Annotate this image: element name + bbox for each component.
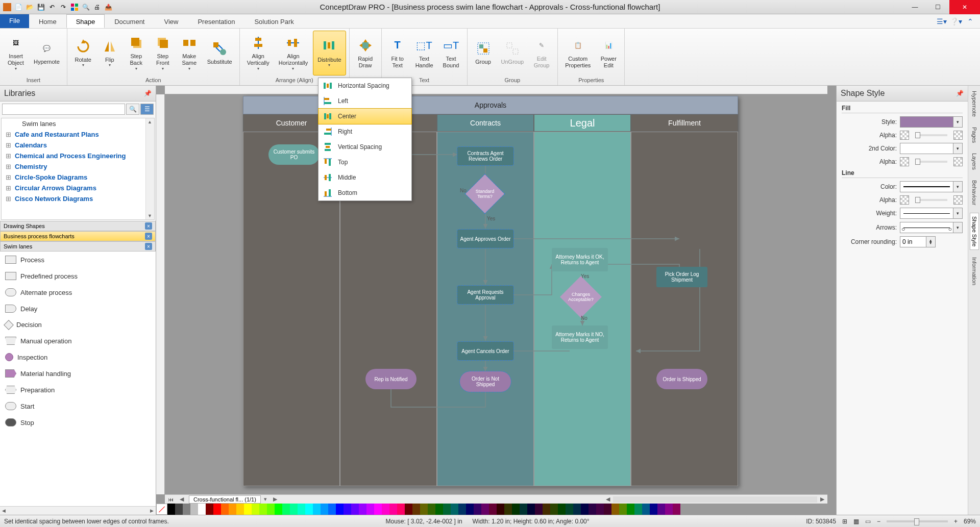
dd-horizontal-spacing[interactable]: Horizontal Spacing [318, 78, 411, 93]
shape-rep-notified[interactable]: Rep is Notified [365, 369, 416, 389]
color-swatch[interactable] [282, 504, 290, 515]
alpha-swatch[interactable] [900, 131, 909, 140]
dd-middle[interactable]: Middle [318, 170, 411, 185]
flip-button[interactable]: Flip▾ [97, 31, 122, 76]
shape-process[interactable]: Process [0, 252, 156, 268]
line-alpha-swatch[interactable] [900, 195, 909, 205]
dd-left[interactable]: Left [318, 93, 411, 109]
color-swatch[interactable] [405, 504, 412, 515]
color-swatch[interactable] [604, 504, 611, 515]
rapid-draw-button[interactable]: Rapid Draw [353, 31, 378, 76]
color-swatch[interactable] [389, 504, 397, 515]
color-swatch[interactable] [183, 504, 190, 515]
step-back-button[interactable]: Step Back▾ [124, 31, 149, 76]
color-swatch[interactable] [366, 504, 374, 515]
color-swatch[interactable] [167, 504, 175, 515]
align-vertically-button[interactable]: Align Vertically▾ [243, 31, 274, 76]
text-bound-button[interactable]: ▭TText Bound [438, 31, 464, 76]
pin-icon[interactable]: 📌 [144, 90, 152, 97]
color-swatch[interactable] [466, 504, 474, 515]
color-swatch[interactable] [336, 504, 344, 515]
rotate-button[interactable]: Rotate▾ [70, 31, 96, 76]
shape-material-handling[interactable]: Material handling [0, 365, 156, 382]
tab-presentation[interactable]: Presentation [188, 14, 244, 28]
color-swatch[interactable] [213, 504, 221, 515]
align-horizontally-button[interactable]: Align Horizontally▾ [275, 31, 312, 76]
color-swatch[interactable] [351, 504, 359, 515]
shape-attorney-no[interactable]: Attorney Marks it NO, Returns to Agent [552, 325, 608, 349]
hscroll-right[interactable]: ▶ [817, 496, 827, 503]
color-swatch[interactable] [382, 504, 389, 515]
help-icon[interactable]: ❔▾ [951, 17, 961, 26]
color-swatch[interactable] [535, 504, 543, 515]
color2-alpha-slider[interactable] [915, 161, 947, 163]
color-swatch[interactable] [512, 504, 520, 515]
shape-cancels[interactable]: Agent Cancels Order [457, 342, 513, 360]
zoom-out-icon[interactable]: − [877, 518, 880, 525]
tab-solution-park[interactable]: Solution Park [244, 14, 303, 28]
alpha2-swatch[interactable] [900, 157, 909, 166]
color-swatch[interactable] [497, 504, 504, 515]
save-icon[interactable]: 💾 [36, 2, 46, 12]
minimize-button[interactable]: — [903, 0, 926, 14]
text-handle-button[interactable]: ⬚TText Handle [411, 31, 437, 76]
search-icon[interactable]: 🔍 [126, 104, 139, 115]
color-swatch[interactable] [190, 504, 198, 515]
hypernote-button[interactable]: 💬Hypernote [30, 31, 64, 76]
tab-nav-first[interactable]: ⏮ [165, 496, 177, 503]
step-front-button[interactable]: Step Front▾ [150, 31, 176, 76]
color-swatch[interactable] [359, 504, 366, 515]
shape-delay[interactable]: Delay [0, 300, 156, 317]
shape-alternate-process[interactable]: Alternate process [0, 284, 156, 300]
shape-customer-po[interactable]: Customer submits PO [268, 144, 320, 165]
color-swatch[interactable] [543, 504, 550, 515]
color-swatch[interactable] [435, 504, 443, 515]
color-swatch[interactable] [328, 504, 336, 515]
color-swatch[interactable] [252, 504, 259, 515]
color-swatch[interactable] [550, 504, 558, 515]
print-icon[interactable]: 🖨 [92, 2, 102, 12]
close-button[interactable]: ✕ [949, 0, 980, 14]
swimlane-title[interactable]: Approvals [243, 96, 738, 114]
shape-stop[interactable]: Stop [0, 414, 156, 431]
color-swatch[interactable] [589, 504, 596, 515]
color-swatch[interactable] [321, 504, 328, 515]
color-swatch[interactable] [627, 504, 634, 515]
dd-right[interactable]: Right [318, 124, 411, 139]
redo-icon[interactable]: ↷ [58, 2, 68, 12]
shape-decision[interactable]: Decision [0, 317, 156, 333]
color-swatch[interactable] [397, 504, 405, 515]
page-icon[interactable]: ▭ [865, 518, 871, 525]
shape-approves[interactable]: Agent Approves Order [457, 230, 513, 248]
custom-properties-button[interactable]: 📋Custom Properties [561, 31, 595, 76]
tree-chemistry[interactable]: Chemistry [2, 161, 154, 172]
maximize-button[interactable]: ☐ [926, 0, 949, 14]
lane-fulfillment[interactable]: Fulfillment [631, 114, 738, 132]
group-button[interactable]: Group [471, 31, 496, 76]
shape-requests[interactable]: Agent Requests Approval [457, 286, 513, 304]
zoom-value[interactable]: 69% [964, 518, 976, 525]
color-swatch[interactable] [650, 504, 657, 515]
edit-group-button[interactable]: ✎Edit Group [529, 31, 554, 76]
dd-bottom[interactable]: Bottom [318, 185, 411, 200]
color-swatch[interactable] [481, 504, 489, 515]
color-swatch[interactable] [420, 504, 428, 515]
hscroll-left[interactable]: ◀ [603, 496, 613, 503]
color-swatch[interactable] [198, 504, 206, 515]
no-fill-swatch[interactable] [156, 504, 167, 515]
sidetab-layers[interactable]: Layers [970, 150, 978, 173]
sidetab-information[interactable]: Information [970, 254, 978, 288]
shape-preparation[interactable]: Preparation [0, 382, 156, 398]
color-swatch[interactable] [596, 504, 604, 515]
color-swatch[interactable] [305, 504, 313, 515]
color-swatch[interactable] [642, 504, 650, 515]
dd-vertical-spacing[interactable]: Vertical Spacing [318, 139, 411, 155]
color-swatch[interactable] [206, 504, 213, 515]
tree-calendars[interactable]: Calendars [2, 140, 154, 150]
shape-shipped[interactable]: Order is Shipped [656, 369, 707, 389]
library-search-input[interactable] [2, 104, 125, 115]
shape-reviews-order[interactable]: Contracts Agent Reviews Order [457, 147, 513, 165]
color-swatch[interactable] [504, 504, 512, 515]
second-color-dropdown[interactable]: ▾ [900, 143, 963, 154]
close-icon[interactable]: × [145, 222, 152, 230]
